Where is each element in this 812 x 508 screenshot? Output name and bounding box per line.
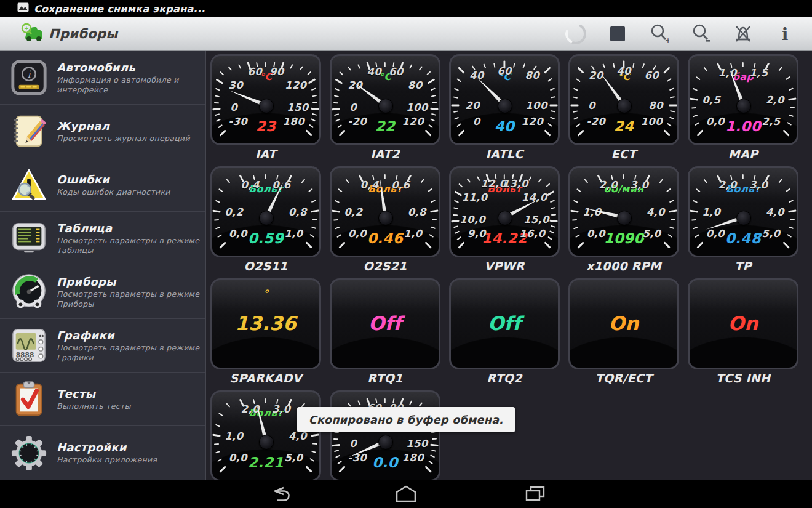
gauge-tick <box>334 113 339 116</box>
gauge-tick <box>431 449 436 452</box>
gauge-tick <box>691 219 696 221</box>
gauge-cell[interactable]: Вольт 0.46 0,00,20,40,60,81,0 O2S21 <box>330 166 440 273</box>
gauge-cell[interactable]: Вольт 14.22 9,010,011,012,013,014,015,01… <box>449 166 560 273</box>
gauge-cell[interactable]: °C 22 -20020406080100120 IAT2 <box>330 54 440 161</box>
gauge-cell[interactable]: об/мин 1090 0,01,02,03,04,05,0 x1000 RPM <box>568 166 679 273</box>
home-button[interactable] <box>388 483 424 505</box>
zoom-in-button[interactable]: + <box>646 20 673 47</box>
gauge-tick <box>788 200 793 203</box>
svg-text:+: + <box>665 36 669 44</box>
gauge-tick <box>215 200 220 203</box>
gauge-scale-label: 100 <box>525 100 547 111</box>
action-bar: + Приборы + i <box>0 17 812 51</box>
gauge-tick <box>334 449 339 452</box>
gauge-tick <box>335 87 340 91</box>
sidebar-item[interactable]: 8888 Графики Посмотреть параметры в режи… <box>0 319 205 373</box>
gauge-scale-label: 2,0 <box>599 179 618 190</box>
gauge-scale-label: 14,0 <box>522 192 547 203</box>
gauge-tick <box>238 64 242 69</box>
gauge-tick <box>642 63 645 68</box>
gauge-cell[interactable]: бар 1.00 0,00,51,01,52,02,5 MAP <box>688 54 798 161</box>
gauge-cell[interactable]: Off RTQ2 <box>449 278 560 385</box>
gauge-scale-label: 20 <box>589 70 603 81</box>
gauge-scale-label: 120 <box>522 116 543 127</box>
gauge-tick <box>228 66 233 71</box>
gauge-tick <box>431 226 436 229</box>
gauge-tick <box>311 209 319 212</box>
gauge-tick <box>430 444 438 447</box>
gauge-cell[interactable]: ° 13.36 SPARKADV <box>210 278 321 385</box>
gauge-tick <box>669 200 674 203</box>
gauge-tick <box>693 200 698 203</box>
alarms-off-button[interactable] <box>730 20 757 47</box>
gauge-tick <box>483 63 486 68</box>
gauge-cell[interactable]: On TQR/ECT <box>568 278 679 385</box>
sidebar-item[interactable]: Журнал Просмотреть журнал операций <box>0 105 205 158</box>
sidebar-item[interactable]: Тесты Выполнить тесты <box>0 373 205 426</box>
back-button[interactable] <box>261 483 298 505</box>
graphs-icon: 8888 <box>10 326 48 365</box>
gauge-cell[interactable]: On TCS INH <box>688 278 798 385</box>
gauge-hub <box>378 211 393 225</box>
gauge-label: O2S21 <box>330 259 440 273</box>
gauges-icon <box>10 273 48 311</box>
gauge-tick <box>453 96 458 99</box>
gauge-tick <box>333 219 338 221</box>
gauge-face: Вольт 2.21 0,01,02,03,04,05,0 <box>210 390 321 480</box>
gauge-scale-label: 0,0 <box>706 116 725 127</box>
gauge-cell[interactable]: Вольт 0.48 0,01,02,03,04,05,0 TP <box>688 166 798 273</box>
gauge-cell[interactable]: Вольт 0.59 0,00,20,40,60,81,0 O2S11 <box>210 166 321 273</box>
sidebar-item-title: Настройки <box>57 441 157 454</box>
zoom-out-button[interactable] <box>688 20 715 47</box>
gauge-cell[interactable]: 0.0 -300306090120150180 <box>330 390 440 480</box>
stop-button[interactable] <box>604 20 631 47</box>
gauge-tick <box>215 450 220 453</box>
gauge-scale-label: 20 <box>348 79 363 91</box>
gauge-tick <box>551 225 555 228</box>
gauge-label: O2S11 <box>210 259 321 273</box>
gauge-face: °C 23 -300306090120150180 <box>210 54 321 145</box>
gauge-tick <box>384 62 386 67</box>
sidebar-item[interactable]: Приборы Посмотреть параметры в режиме Пр… <box>0 265 205 319</box>
gauge-scale-label: 1,0 <box>284 228 303 240</box>
gauge-tick <box>467 178 471 183</box>
sidebar-item[interactable]: i Автомобиль Информация о автомобиле и и… <box>0 51 205 105</box>
gauge-cell[interactable]: Off RTQ1 <box>330 278 440 385</box>
gauge-tick <box>452 220 460 223</box>
gauge-tick <box>312 95 317 97</box>
sidebar-item[interactable]: Настройки Настройки приложения <box>0 426 205 480</box>
gauge-unit: ° <box>212 288 319 300</box>
toolbar-actions: + i <box>562 20 812 47</box>
gauge-tick <box>669 209 677 212</box>
gauge-label: MAP <box>688 147 798 161</box>
gauge-scale-label: 0,8 <box>408 206 426 218</box>
gauge-scale-label: 0,6 <box>272 179 290 190</box>
gauge-cell[interactable]: °C 24 -20020406080100 ECT <box>568 54 679 161</box>
gauge-tick <box>213 433 221 437</box>
recents-button[interactable] <box>517 483 554 505</box>
gauge-tick <box>290 64 293 69</box>
gauge-tick <box>299 66 303 71</box>
gauge-hub <box>617 211 632 225</box>
sidebar-item[interactable]: Таблица Посмотреть параметры в режиме Та… <box>0 212 205 265</box>
gauge-tick <box>431 95 436 97</box>
gauge-label: IAT <box>210 147 321 161</box>
gauge-scale-label: 180 <box>283 116 304 127</box>
info-button[interactable]: i <box>771 20 798 47</box>
page-title: Приборы <box>49 26 118 41</box>
gauge-scale-label: 0,0 <box>229 452 247 464</box>
gauge-cell[interactable]: Вольт 2.21 0,01,02,03,04,05,0 <box>210 390 321 480</box>
gauge-scale-label: 9,0 <box>468 228 486 240</box>
sidebar-item-subtitle: Коды ошибок диагностики <box>57 187 170 197</box>
gauge-cell[interactable]: °C 23 -300306090120150180 IAT <box>210 54 321 161</box>
android-nav-bar <box>0 480 812 508</box>
gauge-scale-label: 0,0 <box>229 228 247 240</box>
gauge-cell[interactable]: °C 40 020406080100120 IATLC <box>449 54 560 161</box>
gauge-face: °C 22 -20020406080100120 <box>330 54 440 145</box>
gauge-tick <box>572 110 577 113</box>
gauge-tick <box>742 62 744 67</box>
toast-message: Скопировано в буфер обмена. <box>297 407 515 432</box>
sidebar-item[interactable]: Ошибки Коды ошибок диагностики <box>0 158 205 212</box>
gauge-scale-label: 20 <box>465 100 480 111</box>
gauge-tick <box>551 214 556 216</box>
